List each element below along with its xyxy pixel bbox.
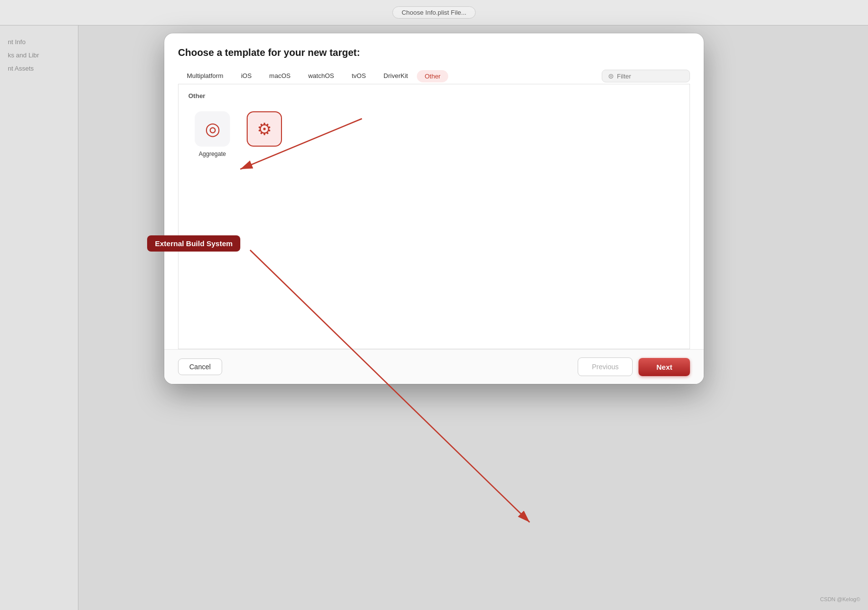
- section-label-other: Other: [186, 92, 682, 100]
- tab-ios[interactable]: iOS: [232, 68, 260, 84]
- template-chooser-modal: Choose a template for your new target: M…: [164, 33, 704, 384]
- modal-footer: Cancel Previous Next: [164, 349, 704, 384]
- template-item-aggregate[interactable]: ◎ Aggregate: [190, 111, 234, 158]
- xcode-sidebar: nt Info ks and Libr nt Assets: [0, 25, 78, 610]
- aggregate-icon-box: ◎: [195, 111, 230, 147]
- content-area: Other ◎ Aggregate ⚙ External Build Syste…: [178, 84, 690, 349]
- next-button[interactable]: Next: [638, 358, 690, 376]
- sidebar-item-frameworks: ks and Libr: [0, 49, 78, 62]
- sidebar-item-assets: nt Assets: [0, 62, 78, 75]
- filter-input[interactable]: [617, 73, 676, 80]
- gear-icon: ⚙: [257, 119, 272, 139]
- aggregate-label: Aggregate: [199, 151, 226, 158]
- aggregate-icon: ◎: [205, 119, 220, 139]
- tab-multiplatform[interactable]: Multiplatform: [178, 68, 232, 84]
- tab-macos[interactable]: macOS: [260, 68, 299, 84]
- csdn-watermark: CSDN @Kelog©: [820, 596, 860, 602]
- tab-watchos[interactable]: watchOS: [299, 68, 343, 84]
- tabs-row: Multiplatform iOS macOS watchOS tvOS Dri…: [178, 68, 690, 84]
- tab-tvos[interactable]: tvOS: [343, 68, 375, 84]
- cancel-button[interactable]: Cancel: [178, 358, 222, 375]
- tab-driverkit[interactable]: DriverKit: [375, 68, 417, 84]
- modal-title: Choose a template for your new target:: [178, 47, 690, 58]
- sidebar-item-project-info: nt Info: [0, 35, 78, 49]
- choose-info-plist-button[interactable]: Choose Info.plist File...: [392, 6, 476, 19]
- template-item-external-build-system[interactable]: ⚙ External Build System: [242, 111, 286, 158]
- filter-icon: ⊜: [608, 72, 614, 80]
- xcode-titlebar: Choose Info.plist File...: [0, 0, 868, 25]
- icons-grid: ◎ Aggregate ⚙ External Build System: [186, 107, 682, 162]
- external-build-system-icon-box: ⚙: [247, 111, 282, 147]
- previous-button[interactable]: Previous: [578, 357, 633, 376]
- filter-box: ⊜: [602, 70, 690, 82]
- tab-other[interactable]: Other: [417, 70, 449, 82]
- footer-right: Previous Next: [578, 357, 690, 376]
- modal-body: Choose a template for your new target: M…: [164, 33, 704, 349]
